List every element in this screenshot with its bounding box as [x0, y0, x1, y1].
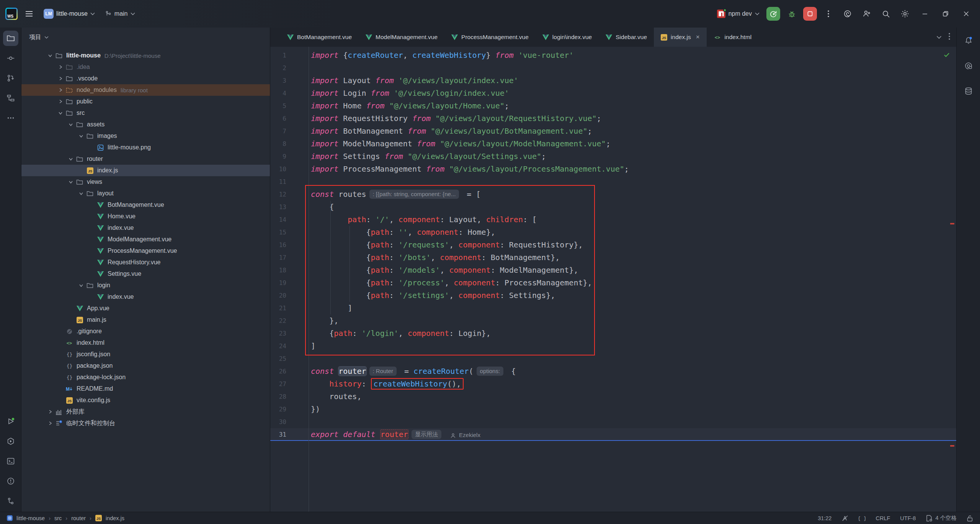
window-minimize-button[interactable] — [916, 5, 933, 22]
tree-item-ModelManagement.vue[interactable]: ModelManagement.vue — [21, 234, 270, 245]
line-number[interactable]: 16 — [270, 239, 309, 251]
code-line[interactable]: 13 { — [270, 201, 956, 213]
code-line[interactable]: 23 {path: '/login', component: Login}, — [270, 327, 956, 340]
line-number[interactable]: 1 — [270, 49, 309, 62]
tree-item-little-mouse.png[interactable]: little-mouse.png — [21, 142, 270, 153]
code-line[interactable]: 18 {path: '/models', component: ModelMan… — [270, 264, 956, 277]
code-line[interactable]: 17 {path: '/bots', component: BotManagem… — [270, 251, 956, 264]
line-number[interactable]: 30 — [270, 416, 309, 428]
tree-item-index.js[interactable]: JSindex.js — [21, 165, 270, 176]
tab-ProcessManagement.vue[interactable]: ProcessManagement.vue — [444, 28, 536, 47]
code-line[interactable]: 12const routes: [{path: string, componen… — [270, 188, 956, 201]
chevron-expanded-icon[interactable] — [77, 282, 85, 288]
tool-stripe-commit-button[interactable] — [3, 51, 18, 66]
tool-stripe-git-button[interactable] — [3, 493, 18, 509]
code-line[interactable]: 30 — [270, 416, 956, 428]
status-indent-style[interactable]: 4 个空格 — [926, 514, 957, 522]
line-number[interactable]: 13 — [270, 201, 309, 213]
status-caret-position[interactable]: 31:22 — [818, 515, 831, 521]
line-number[interactable]: 23 — [270, 327, 309, 340]
code-line[interactable]: 31export default router显示用法 Ezekielx — [270, 428, 956, 441]
line-number[interactable]: 29 — [270, 403, 309, 416]
tree-item-src[interactable]: src — [21, 107, 270, 119]
tool-stripe-pull-requests-button[interactable] — [3, 70, 18, 86]
tab-close-icon[interactable]: × — [696, 33, 700, 41]
code-line[interactable]: 29}) — [270, 403, 956, 416]
code-line[interactable]: 28 routes, — [270, 390, 956, 403]
tree-item-RequestHistory.vue[interactable]: RequestHistory.vue — [21, 257, 270, 268]
chevron-expanded-icon[interactable] — [77, 133, 85, 139]
tree-item-little-mouse[interactable]: little-mouseD:\Project\little-mouse — [21, 50, 270, 61]
rerun-button[interactable] — [766, 7, 780, 21]
breadcrumb-item-src[interactable]: src — [54, 515, 62, 521]
line-number[interactable]: 6 — [270, 112, 309, 125]
tab-index.js[interactable]: JSindex.js× — [654, 28, 707, 47]
tree-item-BotManagement.vue[interactable]: BotManagement.vue — [21, 199, 270, 211]
code-line[interactable]: 4import Login from '@/views/login/index.… — [270, 87, 956, 100]
line-number[interactable]: 8 — [270, 138, 309, 150]
tab-Sidebar.vue[interactable]: Sidebar.vue — [599, 28, 654, 47]
tree-item-images[interactable]: images — [21, 130, 270, 142]
code-line[interactable]: 27 history: createWebHistory(), — [270, 378, 956, 390]
chevron-expanded-icon[interactable] — [67, 121, 75, 128]
line-number[interactable]: 21 — [270, 302, 309, 314]
more-run-actions-button[interactable] — [821, 6, 836, 21]
tree-item-Settings.vue[interactable]: Settings.vue — [21, 268, 270, 280]
code-line[interactable]: 21 ] — [270, 302, 956, 314]
tool-stripe-services-button[interactable] — [3, 434, 18, 449]
tree-item-.vscode[interactable]: .vscode — [21, 73, 270, 84]
line-number[interactable]: 4 — [270, 87, 309, 100]
code-line[interactable]: 5import Home from "@/views/layout/Home.v… — [270, 100, 956, 112]
code-line[interactable]: 24] — [270, 340, 956, 352]
run-configuration-selector[interactable]: npm dev — [714, 6, 763, 21]
tree-item-package-lock.json[interactable]: {}package-lock.json — [21, 372, 270, 383]
tree-item-index.vue[interactable]: index.vue — [21, 291, 270, 303]
tree-item-node_modules[interactable]: node_moduleslibrary root — [21, 84, 270, 96]
tool-stripe-notifications-button[interactable] — [961, 33, 976, 48]
tree-item-login[interactable]: login — [21, 280, 270, 291]
code-line[interactable]: 25 — [270, 352, 956, 365]
line-number[interactable]: 27 — [270, 378, 309, 390]
project-panel-header[interactable]: 项目 — [21, 28, 270, 47]
chevron-collapsed-icon[interactable] — [56, 87, 65, 93]
tool-stripe-ai-assistant-button[interactable] — [961, 58, 976, 74]
inlay-hint[interactable]: options: — [477, 367, 504, 376]
tab-options-button[interactable] — [949, 33, 950, 41]
chevron-expanded-icon[interactable] — [56, 110, 65, 116]
tool-stripe-terminal-button[interactable] — [3, 454, 18, 469]
ai-assistant-button[interactable] — [840, 6, 855, 21]
line-number[interactable]: 19 — [270, 277, 309, 289]
code-editor[interactable]: 1import {createRouter, createWebHistory}… — [270, 47, 956, 512]
breadcrumb-item-router[interactable]: router — [71, 515, 86, 521]
code-line[interactable]: 10import ProcessManagement from "@/views… — [270, 163, 956, 175]
line-number[interactable]: 11 — [270, 175, 309, 188]
status-line-separator[interactable]: CRLF — [875, 515, 890, 521]
tree-item-Home.vue[interactable]: Home.vue — [21, 211, 270, 222]
project-widget[interactable]: LM little-mouse — [41, 6, 98, 21]
main-menu-button[interactable] — [21, 6, 37, 21]
tree-item-assets[interactable]: assets — [21, 119, 270, 130]
status-encoding[interactable]: UTF-8 — [900, 515, 916, 521]
chevron-collapsed-icon[interactable] — [56, 64, 65, 70]
line-number[interactable]: 12 — [270, 188, 309, 201]
inlay-hint[interactable]: : Router — [369, 367, 397, 376]
chevron-collapsed-icon[interactable] — [56, 75, 65, 82]
tool-stripe-run-button[interactable] — [3, 414, 18, 429]
tool-stripe-database-button[interactable] — [961, 84, 976, 99]
window-close-button[interactable] — [958, 5, 975, 22]
line-number[interactable]: 5 — [270, 100, 309, 112]
status-code-style[interactable]: { } — [859, 515, 866, 522]
tool-stripe-more-button[interactable] — [3, 110, 18, 126]
chevron-expanded-icon[interactable] — [67, 179, 75, 185]
code-line[interactable]: 6import RequestHistory from "@/views/lay… — [270, 112, 956, 125]
code-line[interactable]: 7import BotManagement from "@/views/layo… — [270, 125, 956, 138]
line-number[interactable]: 3 — [270, 74, 309, 87]
line-number[interactable]: 22 — [270, 314, 309, 327]
tool-stripe-project-folder-button[interactable] — [3, 31, 18, 46]
tree-item-router[interactable]: router — [21, 153, 270, 165]
breadcrumb-item-index.js[interactable]: index.js — [106, 515, 124, 521]
code-line[interactable]: 20 {path: '/settings', component: Settin… — [270, 289, 956, 302]
chevron-collapsed-icon[interactable] — [46, 420, 54, 426]
line-number[interactable]: 9 — [270, 150, 309, 163]
line-number[interactable]: 20 — [270, 289, 309, 302]
